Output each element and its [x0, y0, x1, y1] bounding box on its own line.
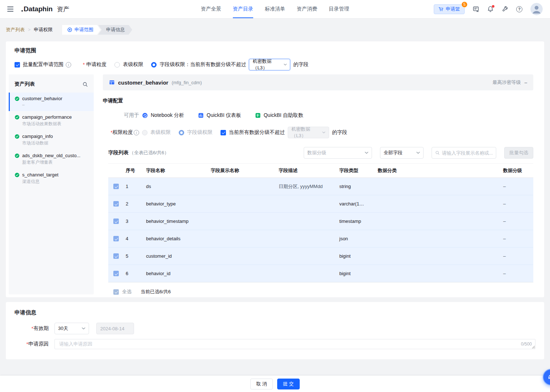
row-checkbox[interactable]: [113, 219, 119, 224]
top-navbar: Dataphin 资产 资产全景 资产目录 标准清单 资产消费 目录管理 申请篮…: [0, 0, 550, 18]
main-nav: 资产全景 资产目录 标准清单 资产消费 目录管理: [201, 0, 349, 18]
field-perm-radio[interactable]: [151, 62, 157, 68]
breadcrumb-current: 申请权限: [34, 26, 53, 33]
apply-scope-card: 申请范围 批量配置申请范围 i * 申请粒度 表级权限 字段级权限：当前所有数据…: [6, 41, 544, 297]
scope-config-row: 批量配置申请范围 i * 申请粒度 表级权限 字段级权限：当前所有数据分级不超过…: [15, 59, 535, 70]
check-circle-icon: [15, 153, 20, 158]
basket-badge: 5: [461, 1, 468, 8]
validity-row: * 有效期 30天 2024-08-14: [15, 323, 535, 334]
row-checkbox[interactable]: [113, 184, 119, 189]
nav-asset-overview[interactable]: 资产全景: [201, 0, 221, 18]
quickbi-dashboard-icon: [198, 113, 204, 118]
row-checkbox[interactable]: [113, 271, 119, 276]
asset-item[interactable]: campaign_info 市场活动数据: [9, 130, 94, 150]
basket-icon: [438, 7, 444, 12]
apply-info-title: 申请信息: [15, 309, 535, 316]
license-icon[interactable]: [473, 6, 479, 12]
chevron-down-icon: [82, 327, 85, 330]
search-icon: [435, 150, 440, 155]
check-circle-icon: [15, 134, 20, 139]
chevron-down-icon: [416, 152, 420, 154]
usable-quickbi-extract: QuickBI 自助取数: [255, 112, 303, 119]
notification-bell-icon[interactable]: [487, 6, 494, 12]
asset-item[interactable]: s_channel_target 渠道信息: [9, 169, 94, 188]
check-circle-icon: [15, 115, 20, 120]
usable-quickbi-dashboard: QuickBI 仪表板: [198, 112, 241, 119]
chevron-down-icon: [322, 131, 325, 134]
usable-notebook: Notebook 分析: [142, 112, 184, 119]
scope-title: 申请范围: [15, 47, 535, 54]
info-icon[interactable]: i: [66, 62, 71, 68]
field-scope-select[interactable]: 全部字段: [380, 147, 424, 159]
check-circle-icon: [15, 172, 20, 177]
asset-item[interactable]: campaign_performance 市场活动效果数据表: [9, 111, 94, 130]
apply-config-title: 申请配置: [103, 98, 533, 104]
step-apply-scope[interactable]: 申请范围: [62, 25, 101, 35]
batch-check-button: 批量勾选: [504, 147, 533, 159]
scope-icon: [67, 27, 72, 32]
asset-list-title: 资产列表: [15, 81, 35, 87]
perm-granularity-row: * 权限粒度 i 表级权限 字段级权限 当前所有数据分级不超过 机密数据（L3）…: [103, 127, 533, 138]
table-header-bar: customer_behavior (mfg_fin_cdm) 最高涉密等级–: [103, 74, 533, 90]
step-apply-info[interactable]: 申请信息: [98, 25, 132, 35]
secrecy-level: 最高涉密等级–: [493, 79, 527, 86]
row-checkbox[interactable]: [113, 201, 119, 207]
select-all-checkbox: [113, 289, 119, 295]
breadcrumb-asset-list[interactable]: 资产列表: [6, 26, 25, 33]
field-list-toolbar: 字段列表 （全表已选6/共6） 数据分级 全部字段: [108, 147, 533, 159]
page: Dataphin 资产 资产全景 资产目录 标准清单 资产消费 目录管理 申请篮…: [0, 0, 550, 392]
row-checkbox[interactable]: [113, 253, 119, 259]
usable-row: 可用于 Notebook 分析 QuickBI 仪表板 QuickBI 自助取数: [103, 112, 533, 119]
user-avatar[interactable]: [530, 3, 543, 15]
field-list-count: （全表已选6/共6）: [129, 150, 169, 156]
field-search-input[interactable]: [442, 150, 493, 156]
asset-list-sidebar: 资产列表 customer_behavior – campaign_perfor…: [9, 74, 94, 294]
headset-icon: [547, 373, 550, 381]
field-row: 1 ds 日期分区, yyyyMMdd string –: [108, 178, 533, 195]
reason-textarea[interactable]: [54, 339, 535, 349]
nav-catalog-management[interactable]: 目录管理: [329, 0, 349, 18]
data-grade-select[interactable]: 数据分级: [304, 147, 372, 159]
action-bar: 取 消 提 交: [0, 376, 550, 392]
reason-row: * 申请原因 0/500: [15, 339, 535, 349]
classification-checkbox[interactable]: [221, 130, 226, 135]
table-perm-radio-disabled: [142, 130, 147, 135]
apply-info-card: 申请信息 * 有效期 30天 2024-08-14 * 申请原因 0/500: [6, 302, 544, 359]
info-icon[interactable]: i: [134, 130, 139, 135]
table-icon: [109, 79, 115, 85]
table-name: customer_behavior: [118, 79, 168, 86]
nav-standard-list[interactable]: 标准清单: [265, 0, 285, 18]
navbar-left: Dataphin 资产: [7, 5, 69, 13]
nav-asset-catalog[interactable]: 资产目录: [233, 0, 253, 18]
help-icon[interactable]: ?: [516, 6, 522, 12]
batch-config-checkbox[interactable]: [15, 62, 20, 68]
table-perm-radio[interactable]: [114, 62, 120, 68]
check-circle-icon: [15, 96, 20, 101]
breadcrumb-bar: 资产列表 > 申请权限 申请范围 申请信息: [0, 18, 550, 41]
field-row: 6 behavior_id bigint –: [108, 265, 533, 282]
apply-basket-button[interactable]: 申请篮 5: [434, 4, 465, 14]
field-table-footer: 全选 当前已选6/共6: [108, 282, 533, 301]
validity-select[interactable]: 30天: [54, 323, 89, 334]
field-table: 序号 字段名称 字段展示名称 字段描述 字段类型 数据分类 数据分级 1 ds: [108, 163, 533, 301]
submit-button[interactable]: 提 交: [277, 379, 300, 389]
tools-icon[interactable]: [502, 6, 508, 12]
field-row: 2 behavior_type varchar(1… –: [108, 195, 533, 213]
navbar-right: 申请篮 5 ?: [434, 3, 543, 15]
quickbi-extract-icon: [255, 113, 261, 118]
asset-item[interactable]: ads_dskb_new_old_custo... 新老客户增量表: [9, 150, 94, 169]
chevron-down-icon: [365, 152, 368, 154]
notebook-analysis-icon: [142, 113, 148, 118]
menu-icon[interactable]: [7, 7, 13, 12]
asset-item[interactable]: customer_behavior –: [9, 93, 94, 111]
search-icon[interactable]: [82, 82, 88, 87]
row-checkbox[interactable]: [113, 236, 119, 241]
cancel-button[interactable]: 取 消: [250, 379, 273, 389]
field-table-header: 序号 字段名称 字段展示名称 字段描述 字段类型 数据分类 数据分级: [108, 163, 533, 178]
breadcrumb-separator-icon: >: [28, 27, 31, 32]
field-row: 3 behavior_timestamp timestamp –: [108, 213, 533, 230]
classification-select[interactable]: 机密数据（L3）: [249, 59, 290, 70]
chevron-down-icon: [284, 64, 287, 66]
nav-asset-consumption[interactable]: 资产消费: [297, 0, 317, 18]
field-row: 4 behavior_details json –: [108, 230, 533, 248]
